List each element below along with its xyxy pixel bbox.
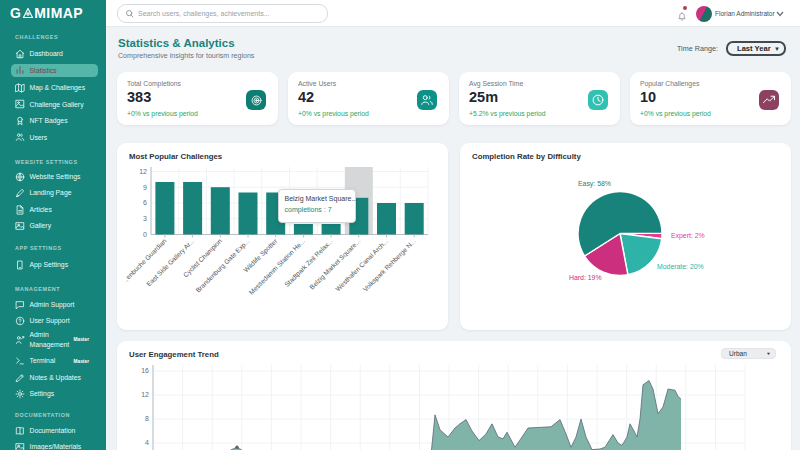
svg-text:Stadtpark Zeil Relax...: Stadtpark Zeil Relax... [283,237,335,289]
svg-text:Messedamm Station He...: Messedamm Station He... [248,237,307,296]
svg-text:Westhafen Canal Arch...: Westhafen Canal Arch... [334,237,389,292]
svg-text:3: 3 [143,215,147,222]
svg-text:6: 6 [143,199,147,206]
svg-text:12: 12 [139,168,147,175]
svg-text:Belzig Market Square...: Belzig Market Square... [308,237,362,291]
svg-text:4: 4 [145,439,149,446]
svg-text:Brandenburg Gate Exp...: Brandenburg Gate Exp... [194,237,251,294]
svg-text:8: 8 [145,415,149,422]
svg-text:9: 9 [143,184,147,191]
svg-text:Volkspark Rehberge N...: Volkspark Rehberge N... [361,237,417,293]
svg-text:East Side Gallery Ar...: East Side Gallery Ar... [145,237,196,288]
svg-text:16: 16 [141,367,149,374]
svg-text:0: 0 [143,231,147,238]
svg-text:12: 12 [141,391,149,398]
